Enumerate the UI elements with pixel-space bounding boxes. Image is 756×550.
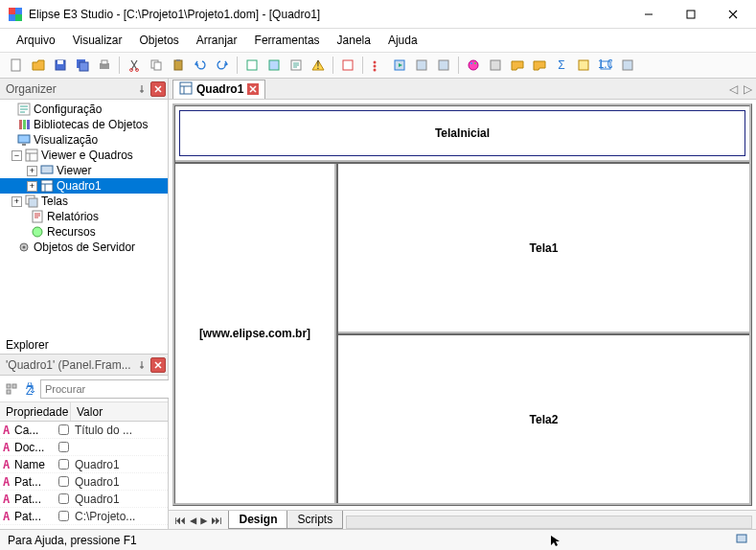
property-row[interactable]: ADoc...: [0, 439, 168, 456]
frame-tela2[interactable]: Tela2: [338, 335, 749, 503]
frame-left[interactable]: [www.elipse.com.br]: [175, 164, 338, 503]
prop-checkbox[interactable]: [58, 424, 69, 435]
bottom-tab-design[interactable]: Design: [228, 511, 287, 529]
properties-close-icon[interactable]: [150, 357, 166, 373]
tree-node-servidor[interactable]: Objetos de Servidor: [0, 240, 168, 255]
collapse-icon[interactable]: −: [11, 150, 22, 161]
book-icon[interactable]: [573, 55, 594, 76]
menu-arranjar[interactable]: Arranjar: [188, 31, 246, 50]
tree-node-biblio[interactable]: Bibliotecas de Objetos: [0, 117, 168, 132]
tool-i-icon[interactable]: [529, 55, 550, 76]
sort-az-icon[interactable]: AZ: [22, 378, 37, 400]
tool-f-icon[interactable]: [433, 55, 454, 76]
tool-d-icon[interactable]: [337, 55, 358, 76]
svg-point-49: [33, 227, 42, 237]
minimize-button[interactable]: [628, 1, 670, 28]
menu-ajuda[interactable]: Ajuda: [379, 31, 426, 50]
property-row[interactable]: APat...C:\Projeto...: [0, 508, 168, 525]
print-icon[interactable]: [94, 55, 115, 76]
pin-icon[interactable]: [134, 81, 149, 97]
tab-next-icon[interactable]: ▷: [744, 82, 752, 96]
design-canvas[interactable]: TelaInicial [www.elipse.com.br] Tela1 Te…: [169, 100, 756, 510]
warning-icon[interactable]: !: [308, 55, 329, 76]
property-row[interactable]: APat...Quadro1: [0, 491, 168, 508]
maximize-button[interactable]: [670, 1, 712, 28]
tree-node-viewer[interactable]: +Viewer: [0, 163, 168, 178]
menu-visualizar[interactable]: Visualizar: [64, 31, 131, 50]
run-icon[interactable]: [389, 55, 410, 76]
tree-node-viewer-quadros[interactable]: −Viewer e Quadros: [0, 148, 168, 163]
tree-node-quadro1[interactable]: +Quadro1: [0, 178, 168, 194]
tree-label: Telas: [41, 195, 68, 208]
svg-rect-10: [102, 60, 107, 64]
save-icon[interactable]: [50, 55, 71, 76]
svg-rect-18: [269, 60, 279, 70]
title-bar: Elipse E3 Studio - [C:\Projeto1\Projeto1…: [0, 0, 756, 29]
expand-icon[interactable]: +: [27, 166, 37, 176]
prop-checkbox[interactable]: [58, 459, 69, 470]
tool-e-icon[interactable]: [411, 55, 432, 76]
tree-node-config[interactable]: Configuração: [0, 102, 168, 117]
new-icon[interactable]: [6, 55, 27, 76]
svg-rect-59: [737, 535, 746, 542]
undo-icon[interactable]: [190, 55, 211, 76]
svg-point-28: [469, 60, 478, 70]
sigma-icon[interactable]: Σ: [551, 55, 572, 76]
svg-text:Σ: Σ: [558, 58, 564, 72]
expand-icon[interactable]: +: [27, 181, 37, 192]
prop-checkbox[interactable]: [58, 442, 69, 452]
save-all-icon[interactable]: [72, 55, 93, 76]
tool-g-icon[interactable]: [485, 55, 506, 76]
prop-checkbox[interactable]: [58, 493, 69, 504]
categorize-icon[interactable]: [4, 378, 19, 400]
editor-tab-label: Quadro1: [196, 82, 243, 96]
open-icon[interactable]: [28, 55, 49, 76]
editor-tab-quadro1[interactable]: Quadro1: [172, 80, 265, 99]
breakpoints-icon[interactable]: [367, 55, 388, 76]
property-row[interactable]: APat...Quadro1: [0, 473, 168, 491]
tab-prev-icon[interactable]: ◁: [729, 82, 738, 96]
tool-a-icon[interactable]: [241, 55, 263, 76]
frameset[interactable]: TelaInicial [www.elipse.com.br] Tela1 Te…: [172, 103, 752, 506]
prop-checkbox[interactable]: [58, 476, 69, 487]
expand-icon[interactable]: +: [11, 196, 22, 207]
tool-c-icon[interactable]: [286, 55, 307, 76]
menu-janela[interactable]: Janela: [329, 31, 379, 50]
redo-icon[interactable]: [212, 55, 233, 76]
svg-rect-47: [29, 198, 37, 207]
organizer-close-icon[interactable]: [150, 81, 166, 97]
menu-arquivo[interactable]: Arquivo: [8, 31, 64, 50]
bottom-tab-scripts[interactable]: Scripts: [286, 511, 343, 529]
close-button[interactable]: [712, 1, 754, 28]
horizontal-scrollbar[interactable]: [346, 516, 752, 529]
property-row[interactable]: ANameQuadro1: [0, 456, 168, 473]
tree-node-relatorios[interactable]: Relatórios: [0, 209, 168, 224]
nav-last-icon[interactable]: ⏭: [211, 514, 222, 527]
property-row[interactable]: ACa...Título do ...: [0, 422, 168, 439]
paste-icon[interactable]: [168, 55, 189, 76]
nav-first-icon[interactable]: ⏮: [174, 514, 186, 527]
frame-telainicial[interactable]: TelaInicial: [179, 110, 745, 156]
svg-rect-42: [22, 144, 26, 146]
tool-j-icon[interactable]: [617, 55, 638, 76]
number-icon[interactable]: 1.0: [595, 55, 616, 76]
palette-icon[interactable]: [463, 55, 484, 76]
tree-node-telas[interactable]: +Telas: [0, 194, 168, 209]
nav-prev-icon[interactable]: ◀: [190, 514, 196, 527]
nav-next-icon[interactable]: ▶: [200, 514, 207, 527]
tool-h-icon[interactable]: [507, 55, 528, 76]
tree-node-recursos[interactable]: Recursos: [0, 224, 168, 240]
prop-checkbox[interactable]: [58, 511, 69, 521]
menu-ferramentas[interactable]: Ferramentas: [246, 31, 329, 50]
properties-search-input[interactable]: [40, 379, 182, 399]
tool-b-icon[interactable]: [263, 55, 285, 76]
pin-icon[interactable]: [134, 357, 149, 373]
svg-rect-6: [57, 60, 63, 64]
tree-node-visual[interactable]: Visualização: [0, 132, 168, 148]
tab-close-icon[interactable]: [247, 83, 259, 95]
menu-objetos[interactable]: Objetos: [131, 31, 188, 50]
cut-icon[interactable]: [124, 55, 145, 76]
frame-tela1[interactable]: Tela1: [338, 164, 749, 335]
svg-point-23: [374, 65, 377, 68]
copy-icon[interactable]: [146, 55, 167, 76]
